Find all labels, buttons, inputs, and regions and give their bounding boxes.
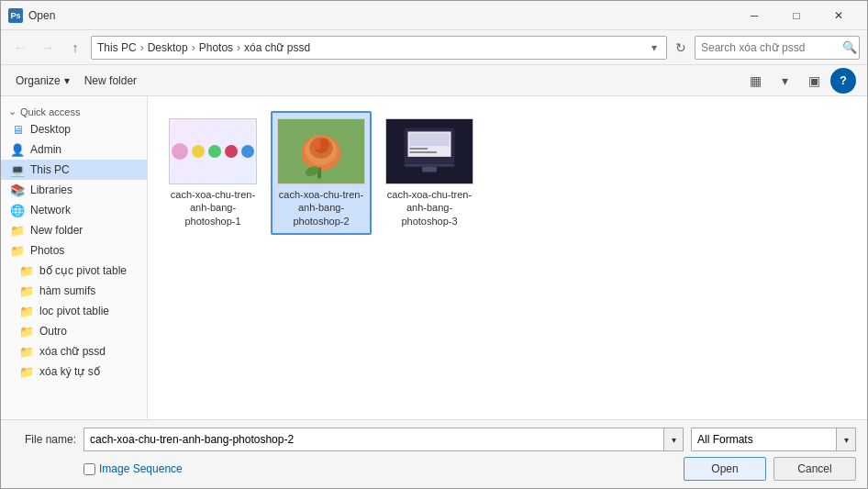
hamsumifs-icon: 📁 — [19, 283, 34, 298]
sidebar-item-label: hàm sumifs — [39, 284, 95, 297]
image-sequence-checkbox[interactable] — [83, 463, 95, 475]
format-dropdown[interactable]: ▾ — [836, 428, 856, 451]
file-thumbnail — [385, 118, 473, 184]
list-item[interactable]: cach-xoa-chu-tren-anh-bang-photoshop-2 — [271, 111, 372, 235]
file-name-input[interactable] — [83, 428, 663, 451]
help-button[interactable]: ? — [830, 68, 856, 94]
thumb-art — [172, 143, 254, 160]
title-bar: Ps Open ─ □ ✕ — [1, 1, 867, 30]
bottom-bar: File name: ▾ All Formats ▾ Image Sequenc… — [1, 419, 867, 488]
file-name-label: cach-xoa-chu-tren-anh-bang-photoshop-1 — [170, 188, 256, 228]
forward-button[interactable]: → — [36, 36, 60, 60]
sidebar-item-label: Libraries — [30, 183, 72, 196]
maximize-button[interactable]: □ — [775, 1, 818, 30]
panel-icon: ▣ — [808, 73, 820, 88]
network-icon: 🌐 — [10, 203, 25, 217]
sidebar-item-thispc[interactable]: 💻 This PC — [1, 160, 147, 180]
panel-button[interactable]: ▣ — [801, 69, 827, 93]
toolbar-right: ▦ ▾ ▣ ? — [742, 68, 856, 94]
circle-yellow — [192, 145, 205, 158]
sidebar-item-desktop[interactable]: 🖥 Desktop — [1, 119, 147, 139]
open-button[interactable]: Open — [684, 457, 766, 481]
sidebar-item-libraries[interactable]: 📚 Libraries — [1, 180, 147, 200]
address-bar[interactable]: This PC › Desktop › Photos › xóa chữ pss… — [91, 36, 667, 60]
address-dropdown[interactable]: ▾ — [648, 41, 661, 54]
actions-row: Image Sequence Open Cancel — [12, 457, 856, 481]
breadcrumb: This PC › Desktop › Photos › xóa chữ pss… — [97, 41, 644, 54]
file-area: cach-xoa-chu-tren-anh-bang-photoshop-1 — [148, 96, 867, 419]
toolbar: Organize ▾ New folder ▦ ▾ ▣ ? — [1, 65, 867, 96]
svg-rect-15 — [405, 164, 455, 167]
svg-rect-12 — [409, 133, 449, 146]
crumb-thispc: This PC — [97, 41, 137, 54]
sidebar-item-admin[interactable]: 👤 Admin — [1, 139, 147, 160]
file-name-label: cach-xoa-chu-tren-anh-bang-photoshop-3 — [386, 188, 473, 228]
folder-icon: 📁 — [10, 223, 25, 238]
sidebar-item-network[interactable]: 🌐 Network — [1, 200, 147, 220]
up-button[interactable]: ↑ — [63, 36, 87, 60]
search-input[interactable] — [701, 41, 839, 54]
quick-access-label: Quick access — [20, 106, 80, 117]
dialog-title: Open — [28, 9, 733, 22]
back-button[interactable]: ← — [8, 36, 32, 60]
sidebar-item-label: loc pivot tablie — [39, 305, 109, 317]
file-name-row: File name: ▾ All Formats ▾ — [12, 428, 856, 451]
sidebar-item-label: Admin — [30, 143, 61, 156]
sidebar-item-newfolder[interactable]: 📁 New folder — [1, 220, 147, 240]
new-folder-button[interactable]: New folder — [81, 72, 140, 89]
admin-icon: 👤 — [10, 142, 25, 157]
outro-icon: 📁 — [19, 324, 34, 339]
sidebar-item-photos[interactable]: 📁 Photos — [1, 240, 147, 261]
sidebar-item-label: Desktop — [30, 123, 71, 136]
minimize-button[interactable]: ─ — [733, 1, 775, 30]
crumb-desktop: Desktop — [148, 41, 188, 54]
file-thumbnail — [169, 118, 257, 184]
sidebar-item-label: bố cục pivot table — [39, 264, 127, 277]
view-icon-button[interactable]: ▦ — [742, 69, 768, 93]
sidebar-item-locpivot[interactable]: 📁 loc pivot tablie — [1, 301, 147, 321]
sidebar-item-xoachu[interactable]: 📁 xóa chữ pssd — [1, 341, 147, 361]
list-item[interactable]: cach-xoa-chu-tren-anh-bang-photoshop-1 — [162, 111, 263, 235]
circle-red — [225, 145, 238, 158]
file-name-label: cach-xoa-chu-tren-anh-bang-photoshop-2 — [278, 188, 364, 228]
sidebar-item-hamsumifs[interactable]: 📁 hàm sumifs — [1, 281, 147, 301]
dark-svg — [386, 118, 473, 184]
sidebar-item-xoaky[interactable]: 📁 xóa ký tự số — [1, 361, 147, 382]
list-item[interactable]: cach-xoa-chu-tren-anh-bang-photoshop-3 — [379, 111, 480, 235]
sidebar-item-label: xóa chữ pssd — [39, 345, 106, 358]
quick-access-arrow: ⌄ — [8, 106, 17, 117]
format-select[interactable]: All Formats — [691, 428, 836, 451]
app-icon: Ps — [8, 8, 23, 23]
sidebar: ⌄ Quick access 🖥 Desktop 👤 Admin 💻 This … — [1, 96, 148, 419]
xoachu-icon: 📁 — [19, 344, 34, 359]
file-name-dropdown[interactable]: ▾ — [663, 428, 684, 451]
cancel-button[interactable]: Cancel — [773, 457, 856, 481]
organize-button[interactable]: Organize ▾ — [12, 72, 73, 89]
refresh-button[interactable]: ↻ — [671, 38, 691, 58]
sidebar-item-label: xóa ký tự số — [39, 365, 100, 378]
search-box: 🔍 — [695, 36, 860, 60]
photos-folder-icon: 📁 — [10, 243, 25, 258]
sidebar-item-bocuc[interactable]: 📁 bố cục pivot table — [1, 261, 147, 281]
locpivot-icon: 📁 — [19, 304, 34, 318]
circle-green — [208, 145, 221, 158]
sidebar-item-outro[interactable]: 📁 Outro — [1, 321, 147, 341]
main-content: ⌄ Quick access 🖥 Desktop 👤 Admin 💻 This … — [1, 96, 867, 419]
nav-bar: ← → ↑ This PC › Desktop › Photos › xóa c… — [1, 30, 867, 65]
search-icon[interactable]: 🔍 — [842, 40, 857, 54]
organize-dropdown-icon: ▾ — [64, 74, 70, 87]
quick-access-section[interactable]: ⌄ Quick access — [1, 100, 147, 119]
view-icon: ▦ — [750, 73, 762, 88]
file-name-input-wrap: ▾ — [83, 428, 684, 451]
image-sequence-label[interactable]: Image Sequence — [83, 462, 183, 475]
file-name-label: File name: — [12, 433, 76, 446]
close-button[interactable]: ✕ — [818, 1, 860, 30]
svg-point-6 — [320, 139, 329, 150]
view-dropdown-button[interactable]: ▾ — [772, 69, 797, 93]
crumb-current: xóa chữ pssd — [244, 41, 310, 54]
desktop-icon: 🖥 — [10, 122, 25, 137]
libraries-icon: 📚 — [10, 183, 25, 197]
window-controls: ─ □ ✕ — [733, 1, 860, 30]
sidebar-item-label: Network — [30, 204, 71, 217]
svg-rect-16 — [422, 167, 437, 172]
